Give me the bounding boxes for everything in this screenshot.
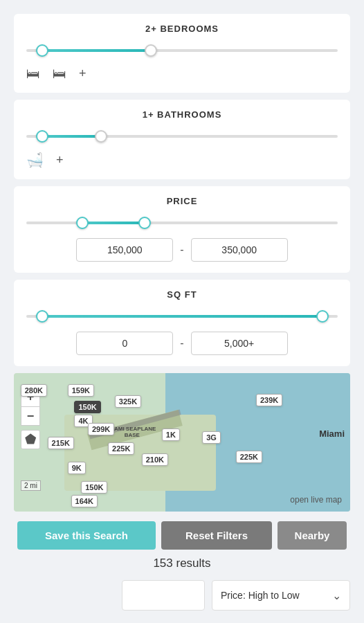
price-dash: - [180, 244, 183, 256]
bed-icon-1: 🛏 [26, 66, 40, 82]
bed-icon-2: 🛏 [53, 66, 66, 82]
sort-dropdown[interactable]: Price: High to Low ⌄ [212, 580, 350, 611]
price-max-input[interactable] [191, 238, 288, 262]
price-pin-225k-2[interactable]: 225K [236, 451, 262, 463]
bedrooms-title: 2+ BEDROOMS [26, 24, 338, 34]
sqft-slider[interactable] [26, 309, 338, 323]
price-pin-9k[interactable]: 9K [68, 462, 86, 474]
sqft-fill [42, 315, 322, 318]
price-pin-210k[interactable]: 210K [142, 453, 168, 466]
results-count: 153 results [14, 557, 350, 570]
sqft-track [26, 315, 338, 318]
price-pin-1k[interactable]: 1K [162, 428, 180, 441]
bathrooms-icons: 🛁 + [26, 152, 338, 168]
bathrooms-track [26, 135, 338, 138]
bedrooms-fill [42, 49, 152, 52]
zoom-out-button[interactable]: − [21, 406, 40, 426]
price-thumb-left[interactable] [76, 217, 89, 229]
map-container[interactable]: MIAMI SEAPLANEBASE Miami + − ⬟ 280K 159K… [14, 373, 350, 512]
reset-filters-button[interactable]: Reset Filters [161, 521, 272, 550]
price-slider[interactable] [26, 216, 338, 230]
sqft-max-input[interactable] [191, 332, 288, 355]
bedrooms-icons: 🛏 🛏 + [26, 66, 338, 82]
miami-label: Miami [319, 428, 345, 439]
price-min-input[interactable] [76, 238, 173, 262]
save-search-button[interactable]: Save this Search [17, 521, 156, 550]
price-pin-280k[interactable]: 280K [21, 384, 47, 397]
airport-label: MIAMI SEAPLANEBASE [108, 426, 156, 438]
price-fill [82, 222, 145, 224]
price-track [26, 222, 338, 224]
chevron-down-icon: ⌄ [332, 589, 341, 602]
bathrooms-thumb-right[interactable] [95, 130, 107, 143]
sqft-thumb-right[interactable] [316, 310, 329, 323]
price-section: PRICE - [14, 186, 350, 273]
bath-icon: 🛁 [26, 152, 44, 168]
price-title: PRICE [26, 196, 338, 206]
price-pin-150k[interactable]: 150K [74, 401, 100, 413]
bathrooms-thumb-left[interactable] [36, 130, 48, 143]
bedrooms-thumb-right[interactable] [145, 44, 157, 57]
price-pin-150k-2[interactable]: 150K [81, 481, 107, 494]
sort-placeholder-box [122, 580, 205, 611]
price-pin-3g[interactable]: 3G [202, 431, 221, 444]
map-scale: 2 mi [21, 480, 41, 491]
sqft-dash: - [180, 337, 183, 350]
action-buttons: Save this Search Reset Filters Nearby [14, 521, 350, 550]
bedrooms-thumb-left[interactable] [36, 44, 48, 57]
sort-area: Price: High to Low ⌄ [14, 580, 350, 611]
sqft-min-input[interactable] [76, 332, 173, 355]
price-pin-215k[interactable]: 215K [48, 437, 74, 449]
sqft-thumb-left[interactable] [36, 310, 48, 323]
bathrooms-slider[interactable] [26, 129, 338, 143]
sort-label: Price: High to Low [221, 590, 300, 601]
sqft-section: SQ FT - [14, 280, 350, 366]
map-background: MIAMI SEAPLANEBASE Miami + − ⬟ 280K 159K… [14, 373, 350, 512]
price-pin-325k[interactable]: 325K [115, 395, 141, 408]
price-pin-239k[interactable]: 239K [256, 394, 282, 406]
bedrooms-track [26, 49, 338, 52]
bedrooms-slider[interactable] [26, 44, 338, 57]
bathrooms-fill [42, 135, 102, 138]
location-button[interactable]: ⬟ [21, 430, 40, 449]
bathrooms-title: 1+ BATHROOMS [26, 109, 338, 120]
bath-add-icon[interactable]: + [56, 153, 64, 168]
open-live-map[interactable]: open live map [290, 495, 342, 505]
bathrooms-section: 1+ BATHROOMS 🛁 + [14, 100, 350, 179]
price-thumb-right[interactable] [138, 217, 151, 229]
price-inputs: - [26, 238, 338, 262]
price-pin-164k[interactable]: 164K [71, 495, 98, 507]
price-pin-159k[interactable]: 159K [68, 384, 94, 397]
price-pin-225k-1[interactable]: 225K [108, 442, 134, 455]
bedrooms-section: 2+ BEDROOMS 🛏 🛏 + [14, 14, 350, 93]
nearby-button[interactable]: Nearby [277, 521, 347, 550]
price-pin-299k[interactable]: 299K [88, 423, 114, 435]
sqft-title: SQ FT [26, 289, 338, 300]
bed-add-icon[interactable]: + [79, 66, 87, 81]
sqft-inputs: - [26, 332, 338, 355]
